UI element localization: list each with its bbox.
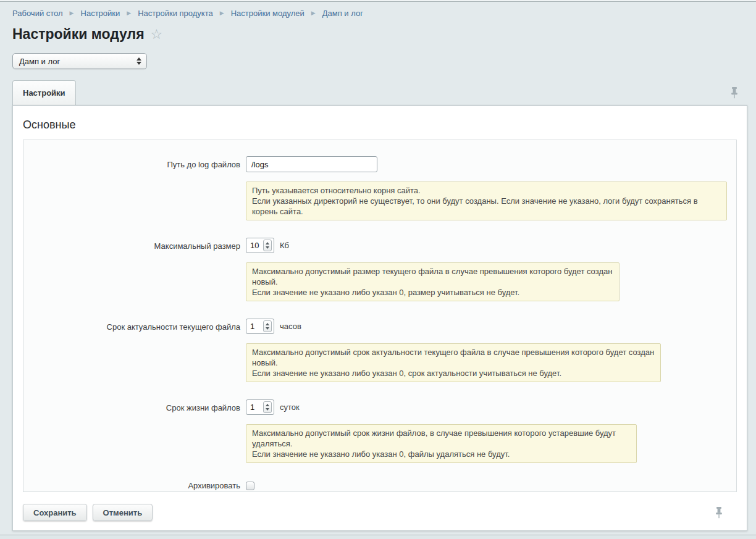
select-arrows-icon [136, 57, 141, 65]
log-path-input[interactable] [246, 156, 377, 172]
breadcrumb: Рабочий стол ▶ Настройки ▶ Настройки про… [12, 9, 747, 18]
form-row-log-path: Путь до log файлов Путь указывается отно… [23, 156, 736, 220]
breadcrumb-item-dump-log[interactable]: Дамп и лог [322, 9, 363, 18]
top-panel-edge [0, 0, 756, 2]
section-title: Основные [23, 119, 737, 132]
lifetime-input-box [246, 399, 274, 415]
panel-footer: Сохранить Отменить [23, 504, 737, 521]
field-label: Архивировать [23, 480, 246, 492]
breadcrumb-item-desktop[interactable]: Рабочий стол [12, 9, 63, 18]
field-label: Максимальный размер [23, 238, 246, 301]
breadcrumb-item-settings[interactable]: Настройки [81, 9, 120, 18]
field-hint: Максимально допустимый срок актуальности… [246, 343, 661, 382]
lifetime-input[interactable] [250, 403, 262, 412]
field-hint: Максимально допустимый размер текущего ф… [246, 262, 620, 301]
stepper-icon[interactable] [263, 401, 272, 413]
tab-settings[interactable]: Настройки [12, 80, 76, 105]
form-row-archive: Архивировать Если опция отмечена, все не… [23, 480, 736, 492]
breadcrumb-separator-icon: ▶ [127, 10, 131, 16]
form-row-files-lifetime: Срок жизни файлов суток Максимально допу… [23, 399, 736, 463]
stepper-icon[interactable] [263, 240, 272, 251]
field-hint: Путь указывается относительно корня сайт… [246, 182, 727, 220]
field-label: Путь до log файлов [23, 156, 246, 220]
stepper-icon[interactable] [263, 320, 272, 332]
page-title: Настройки модуля [12, 26, 145, 43]
settings-fieldset: Путь до log файлов Путь указывается отно… [23, 140, 737, 492]
field-hint: Максимально допустимый срок жизни файлов… [246, 424, 637, 463]
breadcrumb-item-product-settings[interactable]: Настройки продукта [138, 9, 213, 18]
field-suffix: суток [280, 403, 300, 412]
field-label: Срок актуальности текущего файла [23, 319, 246, 382]
tab-strip: Настройки [12, 80, 747, 105]
actuality-input-box [246, 319, 274, 334]
pin-icon[interactable] [715, 506, 723, 519]
field-suffix: Кб [280, 241, 289, 250]
page-title-row: Настройки модуля ☆ [12, 26, 747, 43]
settings-panel: Основные Путь до log файлов Путь указыва… [12, 105, 747, 531]
breadcrumb-separator-icon: ▶ [70, 10, 74, 16]
bottom-panel-edge [0, 535, 756, 539]
field-label: Срок жизни файлов [23, 399, 246, 463]
favorite-star-icon[interactable]: ☆ [151, 28, 163, 41]
pin-icon[interactable] [730, 86, 739, 99]
breadcrumb-separator-icon: ▶ [220, 10, 224, 16]
module-select-value: Дамп и лог [19, 57, 136, 66]
archive-checkbox[interactable] [246, 482, 254, 490]
page: Рабочий стол ▶ Настройки ▶ Настройки про… [0, 9, 756, 531]
max-size-input-box [246, 238, 274, 253]
cancel-button[interactable]: Отменить [93, 504, 153, 521]
field-suffix: часов [280, 322, 301, 331]
breadcrumb-separator-icon: ▶ [311, 10, 316, 16]
breadcrumb-item-module-settings[interactable]: Настройки модулей [231, 9, 304, 18]
module-select[interactable]: Дамп и лог [12, 53, 147, 69]
max-size-input[interactable] [250, 241, 262, 250]
form-row-actuality-period: Срок актуальности текущего файла часов М… [23, 319, 736, 382]
save-button[interactable]: Сохранить [23, 504, 87, 521]
actuality-input[interactable] [250, 322, 262, 331]
form-row-max-size: Максимальный размер Кб Максимально допус… [23, 238, 736, 301]
